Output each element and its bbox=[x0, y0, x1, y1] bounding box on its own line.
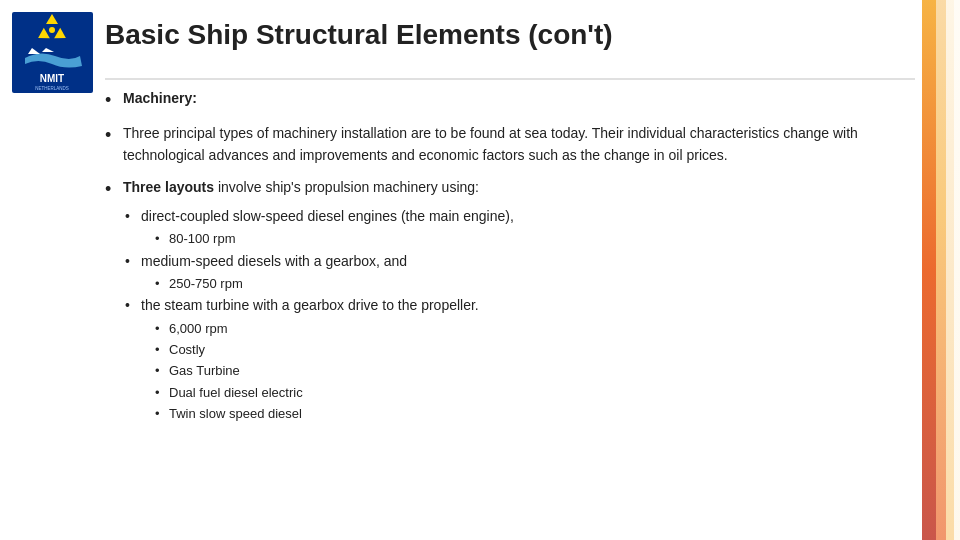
rpm-250-750: • 250-750 rpm bbox=[155, 274, 910, 294]
steam-turbine-text: the steam turbine with a gearbox drive t… bbox=[141, 295, 910, 317]
three-layouts-section: • Three layouts involve ship's propulsio… bbox=[105, 177, 910, 424]
steam-sub-4-text: Dual fuel diesel electric bbox=[169, 383, 303, 403]
double-dot-7: • bbox=[155, 404, 169, 424]
steam-sub-4: • Dual fuel diesel electric bbox=[155, 383, 910, 403]
slide-title: Basic Ship Structural Elements (con't) bbox=[105, 18, 915, 52]
slide: NMIT NETHERLANDS Basic Ship Structural E… bbox=[0, 0, 960, 540]
nested-dot-1: • bbox=[125, 206, 141, 227]
nested-dot-3: • bbox=[125, 295, 141, 316]
rpm-80-100: • 80-100 rpm bbox=[155, 229, 910, 249]
double-dot-4: • bbox=[155, 340, 169, 360]
steam-sub-2: • Costly bbox=[155, 340, 910, 360]
three-types-section: • Three principal types of machinery ins… bbox=[105, 123, 910, 166]
nested-dot-2: • bbox=[125, 251, 141, 272]
nmit-logo: NMIT NETHERLANDS bbox=[10, 10, 95, 95]
medium-speed-text: medium-speed diesels with a gearbox, and bbox=[141, 251, 910, 273]
svg-text:NETHERLANDS: NETHERLANDS bbox=[35, 86, 69, 91]
slide-header: Basic Ship Structural Elements (con't) bbox=[105, 18, 915, 52]
svg-point-5 bbox=[49, 27, 55, 33]
steam-sub-1: • 6,000 rpm bbox=[155, 319, 910, 339]
machinery-label: Machinery: bbox=[123, 88, 910, 110]
steam-sub-1-text: 6,000 rpm bbox=[169, 319, 228, 339]
steam-sub-3-text: Gas Turbine bbox=[169, 361, 240, 381]
bullet-dot-3: • bbox=[105, 177, 123, 202]
double-dot-3: • bbox=[155, 319, 169, 339]
three-layouts-text: Three layouts involve ship's propulsion … bbox=[123, 177, 910, 199]
rpm-80-100-section: • 80-100 rpm bbox=[155, 229, 910, 249]
bullet-three-layouts: • Three layouts involve ship's propulsio… bbox=[105, 177, 910, 202]
steam-sub-5-text: Twin slow speed diesel bbox=[169, 404, 302, 424]
layouts-bold: Three layouts bbox=[123, 179, 214, 195]
sub-direct-coupled: • direct-coupled slow-speed diesel engin… bbox=[125, 206, 910, 228]
decorative-bars bbox=[922, 0, 960, 540]
rpm-250-750-section: • 250-750 rpm bbox=[155, 274, 910, 294]
logo-area: NMIT NETHERLANDS bbox=[10, 10, 100, 100]
rpm-250-750-text: 250-750 rpm bbox=[169, 274, 243, 294]
steam-sub-5: • Twin slow speed diesel bbox=[155, 404, 910, 424]
steam-sub-3: • Gas Turbine bbox=[155, 361, 910, 381]
bullet-machinery: • Machinery: bbox=[105, 88, 910, 113]
sub-medium-speed: • medium-speed diesels with a gearbox, a… bbox=[125, 251, 910, 273]
svg-text:NMIT: NMIT bbox=[40, 73, 64, 84]
double-dot-5: • bbox=[155, 361, 169, 381]
machinery-section: • Machinery: bbox=[105, 88, 910, 113]
rpm-80-100-text: 80-100 rpm bbox=[169, 229, 235, 249]
double-dot-2: • bbox=[155, 274, 169, 294]
layouts-sublist: • direct-coupled slow-speed diesel engin… bbox=[125, 206, 910, 424]
bullet-dot-2: • bbox=[105, 123, 123, 148]
direct-coupled-text: direct-coupled slow-speed diesel engines… bbox=[141, 206, 910, 228]
double-dot-6: • bbox=[155, 383, 169, 403]
header-divider bbox=[105, 78, 915, 80]
double-dot-1: • bbox=[155, 229, 169, 249]
main-content: • Machinery: • Three principal types of … bbox=[105, 88, 910, 530]
bullet-three-types: • Three principal types of machinery ins… bbox=[105, 123, 910, 166]
bullet-dot-1: • bbox=[105, 88, 123, 113]
sub-steam-turbine: • the steam turbine with a gearbox drive… bbox=[125, 295, 910, 317]
steam-turbine-sub-list: • 6,000 rpm • Costly • Gas Turbine • Dua… bbox=[155, 319, 910, 424]
three-types-text: Three principal types of machinery insta… bbox=[123, 123, 910, 166]
layouts-normal: involve ship's propulsion machinery usin… bbox=[214, 179, 479, 195]
steam-sub-2-text: Costly bbox=[169, 340, 205, 360]
